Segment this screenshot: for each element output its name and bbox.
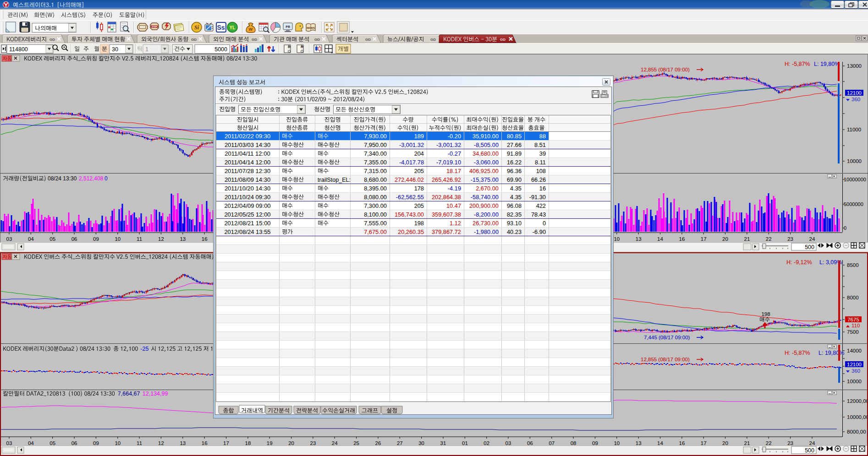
svg-text:7,340.00: 7,340.00 <box>364 150 387 157</box>
svg-text:110: 110 <box>852 323 860 328</box>
svg-text:4.35: 4.35 <box>510 194 522 201</box>
svg-text:88: 88 <box>539 133 546 140</box>
svg-text:16: 16 <box>202 236 208 242</box>
svg-text:05: 05 <box>49 236 55 242</box>
svg-text:11: 11 <box>137 440 142 446</box>
svg-text:8,395.00: 8,395.00 <box>364 185 387 192</box>
svg-text:7,445 (08/17 09:00): 7,445 (08/17 09:00) <box>644 335 690 340</box>
svg-text:-3,001.32: -3,001.32 <box>436 141 461 148</box>
svg-text:10000: 10000 <box>847 379 862 384</box>
svg-text:96.36: 96.36 <box>507 168 522 174</box>
svg-text:8,100.00: 8,100.00 <box>364 211 387 218</box>
svg-text:7,930.00: 7,930.00 <box>364 133 387 140</box>
svg-text:23: 23 <box>787 236 793 242</box>
svg-text:GD: GD <box>191 38 197 42</box>
svg-text:03: 03 <box>505 440 511 446</box>
svg-text:L: 19,80%: L: 19,80% <box>819 350 844 356</box>
svg-text:-4.19: -4.19 <box>448 185 461 192</box>
svg-text:20: 20 <box>722 440 728 446</box>
svg-text:1.12: 1.12 <box>450 220 461 227</box>
svg-text:16: 16 <box>202 440 208 446</box>
svg-text:30: 30 <box>112 46 118 53</box>
svg-text:Ss: Ss <box>217 24 225 31</box>
svg-text:12,134,99: 12,134,99 <box>143 391 168 397</box>
svg-text:0: 0 <box>104 175 108 182</box>
svg-text:202,864.38: 202,864.38 <box>432 194 461 201</box>
svg-text:78.43: 78.43 <box>531 211 546 218</box>
svg-text:06: 06 <box>71 236 77 242</box>
svg-text:200,900.00: 200,900.00 <box>469 202 499 209</box>
svg-text:204: 204 <box>414 150 424 157</box>
svg-text:13000: 13000 <box>847 63 862 69</box>
svg-text:13: 13 <box>636 440 642 446</box>
svg-text:-1,980.00: -1,980.00 <box>474 228 499 235</box>
svg-text:5000000: 5000000 <box>844 201 863 207</box>
svg-text:16.22: 16.22 <box>507 159 522 166</box>
svg-text:91.89: 91.89 <box>507 150 522 157</box>
svg-text:19: 19 <box>267 440 273 446</box>
svg-text:205: 205 <box>414 202 424 209</box>
svg-text:10000000: 10000000 <box>844 177 866 182</box>
svg-text:7,355.00: 7,355.00 <box>364 159 387 166</box>
svg-text:27: 27 <box>397 440 403 446</box>
svg-text:21: 21 <box>744 440 750 446</box>
svg-text:17: 17 <box>223 440 229 446</box>
svg-text:L: 19,80%: L: 19,80% <box>814 61 840 67</box>
svg-text:114800: 114800 <box>9 46 28 53</box>
svg-text:5000: 5000 <box>214 46 227 53</box>
svg-text:10: 10 <box>614 236 620 242</box>
svg-text:13: 13 <box>180 440 186 446</box>
svg-text:NEWS: NEWS <box>307 27 315 29</box>
svg-text:156,743.00: 156,743.00 <box>395 211 424 218</box>
svg-text:379,867.72: 379,867.72 <box>432 228 461 235</box>
svg-text:35,910.00: 35,910.00 <box>472 133 499 140</box>
svg-text:2011/04/14 12:00: 2011/04/14 12:00 <box>225 159 270 166</box>
svg-text:16: 16 <box>679 440 685 446</box>
svg-text:10: 10 <box>115 236 121 242</box>
svg-text:2011/03/03 14:30: 2011/03/03 14:30 <box>225 141 270 148</box>
svg-text:0: 0 <box>844 225 846 231</box>
svg-text:24: 24 <box>809 440 815 446</box>
svg-text:Si: Si <box>194 24 199 31</box>
svg-text:12,855 (08/17 09:00): 12,855 (08/17 09:00) <box>641 357 690 362</box>
svg-text:trailStop_EL:: trailStop_EL: <box>318 177 351 183</box>
svg-text:18.17: 18.17 <box>446 168 461 174</box>
svg-text:265,426.92: 265,426.92 <box>432 176 461 183</box>
svg-text:-7,019.10: -7,019.10 <box>436 159 461 166</box>
svg-text:03: 03 <box>6 236 12 242</box>
svg-text:1: 1 <box>145 46 148 53</box>
svg-text:8.51: 8.51 <box>534 141 546 148</box>
svg-text:2012/08/24 13:55: 2012/08/24 13:55 <box>224 228 270 235</box>
svg-text:198: 198 <box>414 220 424 227</box>
svg-text:GD: GD <box>500 38 505 42</box>
svg-text:7,315.00: 7,315.00 <box>364 168 387 174</box>
svg-text:96.08: 96.08 <box>507 202 522 209</box>
svg-text:40.23: 40.23 <box>507 228 522 235</box>
svg-text:12: 12 <box>158 236 164 242</box>
svg-text:GD: GD <box>365 38 371 42</box>
svg-text:10: 10 <box>115 440 121 446</box>
svg-text:23: 23 <box>787 440 793 446</box>
svg-text:12: 12 <box>158 440 164 446</box>
svg-text:2011/08/09 14:30: 2011/08/09 14:30 <box>225 176 270 183</box>
svg-text:30: 30 <box>418 440 424 446</box>
svg-text:7,675.00: 7,675.00 <box>364 228 387 235</box>
svg-text:360: 360 <box>852 368 860 374</box>
svg-text:06: 06 <box>71 440 77 446</box>
svg-text:10: 10 <box>614 440 620 446</box>
svg-text:09: 09 <box>93 236 99 242</box>
svg-text:360: 360 <box>852 97 860 102</box>
svg-text:-4,017.78: -4,017.78 <box>399 159 424 166</box>
svg-text:272,446.02: 272,446.02 <box>395 176 424 183</box>
svg-text:7675: 7675 <box>847 317 859 322</box>
svg-text:7,555.00: 7,555.00 <box>364 220 387 227</box>
svg-text:34,680.00: 34,680.00 <box>472 150 499 157</box>
svg-text:16: 16 <box>539 185 546 192</box>
svg-text:4.35: 4.35 <box>510 185 522 192</box>
svg-text:14: 14 <box>657 440 663 446</box>
svg-text:-15,375.00: -15,375.00 <box>471 176 499 183</box>
svg-text:178: 178 <box>414 185 424 192</box>
svg-text:YL: YL <box>230 25 236 30</box>
svg-text:H: -5,87%: H: -5,87% <box>785 350 810 356</box>
svg-text:STOP: STOP <box>152 26 157 28</box>
